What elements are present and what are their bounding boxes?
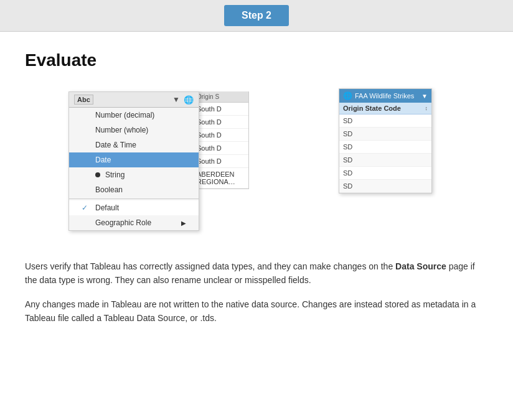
menu-item-number-decimal[interactable]: Number (decimal) [69,108,199,123]
menu-item-boolean[interactable]: Boolean [69,182,199,197]
sort-icon: ↕ [425,105,428,111]
menu-label: Number (whole) [95,126,148,134]
menu-item-number-whole[interactable]: Number (whole) [69,123,199,138]
top-bar: Step 2 [0,0,513,32]
col-header-row: Abc ▼ 🌐 [69,92,199,108]
table-row: SD [339,128,431,141]
menu-item-date[interactable]: Date [69,152,199,167]
submenu-arrow-icon: ▶ [181,220,186,226]
menu-label: Date & Time [95,141,136,149]
col-header-label: Origin State Code [343,105,401,112]
menu-label: Default [95,203,119,212]
table-row: SD [339,154,431,167]
table-row: SD [339,114,431,128]
screenshots-container: Abc ▼ 🌐 Number (decimal) Number (whole) … [25,85,488,241]
menu-item-default[interactable]: ✓ Default [69,200,199,215]
globe-icon: 🌐 [184,95,194,105]
menu-label: Geographic Role [95,218,151,227]
page-title: Evaluate [25,50,488,70]
body-paragraph-1: Users verify that Tableau has correctly … [25,259,488,287]
behind-data-header: Origin S [193,91,248,103]
dropdown-screenshot: Abc ▼ 🌐 Number (decimal) Number (whole) … [68,91,199,231]
behind-data-row: ABERDEEN REGIONA… [193,168,248,189]
left-screenshot: Abc ▼ 🌐 Number (decimal) Number (whole) … [68,91,199,231]
table-source-name: FAA Wildlife Strikes [355,92,414,100]
table-screenshot: 🌐 FAA Wildlife Strikes ▼ Origin State Co… [339,88,432,194]
dropdown-arrow-icon: ▼ [172,95,180,104]
menu-label: Date [95,156,111,164]
body-paragraph-2: Any changes made in Tableau are not writ… [25,297,488,325]
behind-data-row: South D [193,129,248,142]
menu-label: Number (decimal) [95,111,154,119]
behind-data-row: South D [193,103,248,116]
table-row: SD [339,141,431,154]
behind-data-row: South D [193,142,248,155]
menu-item-geographic-role[interactable]: Geographic Role ▶ [69,215,199,230]
bold-text: Data Source [395,261,446,271]
main-content: Evaluate Abc ▼ 🌐 Number (decimal) Nu [0,32,513,354]
bullet-icon [95,172,100,177]
menu-label: String [105,170,125,179]
behind-data-overlay: Origin S South D South D South D South D… [193,91,249,189]
globe-icon: 🌐 [343,91,352,100]
menu-item-string[interactable]: String [69,167,199,182]
step2-button[interactable]: Step 2 [224,5,289,26]
menu-label: Boolean [95,185,123,194]
type-badge: Abc [74,95,93,105]
menu-separator [69,198,199,199]
dropdown-icon: ▼ [421,93,428,100]
table-col-header: Origin State Code ↕ [339,103,431,114]
behind-data-row: South D [193,155,248,168]
table-source-header: 🌐 FAA Wildlife Strikes ▼ [339,89,431,103]
menu-item-date-time[interactable]: Date & Time [69,138,199,152]
right-screenshot: 🌐 FAA Wildlife Strikes ▼ Origin State Co… [339,88,432,194]
table-row: SD [339,167,431,180]
table-row: SD [339,180,431,193]
checkmark-icon: ✓ [82,203,90,212]
behind-data-row: South D [193,116,248,129]
